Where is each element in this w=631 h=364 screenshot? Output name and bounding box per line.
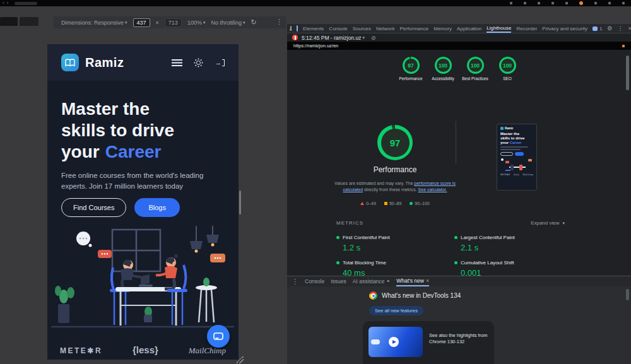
chevron-down-icon: ▾: [203, 20, 206, 25]
tab-elements[interactable]: Elements: [303, 24, 324, 33]
browser-extension-icon[interactable]: [594, 2, 597, 4]
zoom-select[interactable]: 100% ▾: [187, 20, 206, 26]
score-best-practices[interactable]: 100 Best Practices: [461, 57, 489, 81]
address-bar[interactable]: [15, 2, 37, 5]
device-viewport: Ramiz → Master the skills to drive yourC…: [47, 44, 239, 360]
average-range-icon: [384, 202, 387, 205]
browser-extension-icon[interactable]: [565, 2, 568, 4]
chat-icon: [213, 332, 223, 340]
thumb-heading: Master the skills to drive your Career: [500, 132, 533, 145]
resize-handle[interactable]: [237, 356, 244, 363]
chevron-down-icon: ▾: [125, 20, 127, 25]
browser-extension-icon[interactable]: [510, 2, 512, 4]
tab-recorder[interactable]: Recorder: [516, 24, 537, 33]
browser-icons: [510, 1, 625, 5]
window-tab[interactable]: [0, 17, 18, 26]
kebab-menu-icon[interactable]: ⋮: [617, 24, 623, 33]
highlights-card-text: See also the highlights from Chrome 130-…: [429, 327, 488, 363]
device-toolbar-toggle-icon[interactable]: [297, 25, 298, 32]
tab-privacy-security[interactable]: Privacy and security: [542, 24, 587, 33]
dimensions-select[interactable]: Dimensions: Responsive ▾: [61, 20, 127, 26]
report-select[interactable]: 5:12:45 PM - ramizjon.uz ▾: [302, 35, 365, 41]
forward-icon[interactable]: ›: [7, 0, 9, 6]
devtools-panel: Elements Console Sources Network Perform…: [287, 24, 631, 364]
heading-line: yourCareer: [61, 141, 174, 163]
device-toolbar-menu-icon[interactable]: ⋮: [276, 18, 283, 25]
drawer-menu-icon[interactable]: ⋮: [292, 276, 298, 286]
book-icon: [65, 59, 75, 67]
tab-console[interactable]: Console: [329, 24, 347, 33]
meteor-logo[interactable]: METE✱R: [60, 346, 102, 355]
metric-lcp: Largest Contentful Paint 2.1 s: [454, 235, 515, 252]
drawer-tab-console[interactable]: Console: [305, 276, 324, 286]
video-thumbnail[interactable]: [369, 327, 423, 357]
tab-performance[interactable]: Performance: [399, 24, 428, 33]
see-all-features-button[interactable]: See all new features: [369, 306, 423, 315]
clear-icon[interactable]: ⊘: [371, 35, 376, 41]
drawer-tab-whats-new[interactable]: What's new×: [396, 276, 429, 286]
gear-icon[interactable]: ⚙: [607, 24, 612, 33]
tab-application[interactable]: Application: [457, 24, 481, 33]
calculator-link[interactable]: See calculator.: [418, 187, 447, 192]
tab-sources[interactable]: Sources: [353, 24, 371, 33]
menu-icon[interactable]: [172, 59, 182, 66]
drawer-tab-ai-assistance[interactable]: AI assistance✦: [353, 276, 390, 286]
pass-range-icon: [410, 202, 413, 205]
hero-illustration: [47, 226, 239, 339]
chevron-down-icon: ▾: [562, 221, 565, 226]
score-seo[interactable]: 100 SEO: [493, 57, 521, 81]
browser-extension-icon[interactable]: [551, 2, 554, 4]
browser-extension-icon[interactable]: [524, 2, 526, 4]
tab-lighthouse[interactable]: Lighthouse: [487, 24, 511, 33]
whats-new-pane: What's new in DevTools 134 See all new f…: [287, 286, 631, 364]
metric-cls: Cumulative Layout Shift 0.001: [454, 260, 514, 278]
window-tab[interactable]: [20, 17, 38, 26]
brand-name[interactable]: Ramiz: [85, 56, 124, 70]
blogs-button[interactable]: Blogs: [134, 198, 180, 217]
issues-counter[interactable]: 1: [593, 24, 602, 33]
performance-gauge[interactable]: 97: [377, 125, 413, 160]
alert-marker-icon: [622, 45, 625, 47]
height-input[interactable]: 713: [165, 18, 182, 27]
browser-extension-icon[interactable]: [538, 2, 540, 4]
score-accessibility[interactable]: 100 Accessibility: [429, 57, 457, 81]
report-url: https://ramizjon.uz/en: [293, 43, 338, 49]
score-performance[interactable]: 97 Performance: [397, 57, 425, 81]
close-icon[interactable]: ×: [628, 24, 631, 33]
browser-extension-icon[interactable]: [608, 2, 611, 4]
drawer-scrollbar[interactable]: [626, 289, 629, 300]
drawer-tab-issues[interactable]: Issues: [331, 276, 346, 286]
less-logo[interactable]: {less}: [133, 344, 158, 355]
chat-fab-button[interactable]: [207, 325, 230, 348]
browser-menu-icon[interactable]: [622, 2, 625, 4]
issues-icon: [593, 26, 598, 31]
panel-scrollbar[interactable]: [626, 56, 629, 90]
score-legend: 0–49 50–89 90–100: [313, 201, 477, 206]
tab-memory[interactable]: Memory: [433, 24, 452, 33]
close-icon[interactable]: ×: [426, 278, 429, 284]
fail-range-icon: [360, 202, 364, 205]
hero-heading: Master the skills to drive yourCareer: [61, 98, 174, 163]
site-header: Ramiz →: [47, 44, 239, 81]
rotate-icon[interactable]: ↻: [251, 18, 256, 26]
thumb-buttons: [500, 152, 533, 156]
score-disclaimer: Values are estimated and may vary. The p…: [329, 180, 461, 193]
device-scrollbar[interactable]: [239, 191, 241, 214]
login-icon[interactable]: →: [215, 59, 225, 66]
header-icons: →: [172, 59, 225, 66]
brand-logo-icon[interactable]: [61, 54, 79, 71]
highlights-card[interactable]: See also the highlights from Chrome 130-…: [363, 321, 494, 364]
hero-buttons: Find Courses Blogs: [61, 198, 180, 217]
theme-toggle-icon[interactable]: [196, 61, 201, 65]
inspect-icon[interactable]: [290, 26, 292, 31]
width-input[interactable]: 437: [133, 18, 150, 27]
screen: ‹ › Dimensions: Responsive ▾ 437 × 713 1…: [0, 0, 631, 364]
avatar[interactable]: [579, 1, 583, 5]
back-icon[interactable]: ‹: [3, 0, 4, 6]
throttling-select[interactable]: No throttling ▾: [211, 20, 245, 26]
expand-view-button[interactable]: Expand view ▾: [531, 220, 565, 226]
tab-network[interactable]: Network: [376, 24, 394, 33]
browser-top-bar: ‹ ›: [0, 0, 631, 6]
play-icon[interactable]: [389, 337, 399, 347]
find-courses-button[interactable]: Find Courses: [61, 198, 126, 217]
